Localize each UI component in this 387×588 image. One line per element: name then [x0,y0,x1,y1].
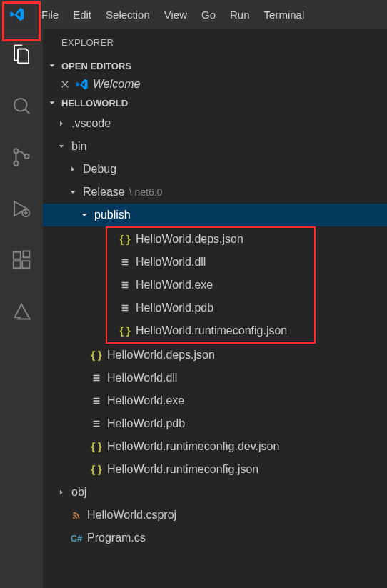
chevron-down-icon [77,210,91,220]
search-icon [11,95,32,116]
file-lines-icon [89,419,104,429]
svg-point-1 [14,149,18,153]
menu-selection[interactable]: Selection [99,0,157,29]
svg-rect-5 [14,252,21,259]
activity-run-debug[interactable] [1,189,41,229]
file-release-dll[interactable]: HelloWorld.dll [43,367,387,389]
folder-vscode[interactable]: .vscode [43,112,387,135]
azure-icon [11,302,31,322]
menu-file[interactable]: File [34,0,66,29]
file-label: HelloWorld.runtimeconfig.dev.json [107,440,279,453]
file-publish-runtimeconfig-json[interactable]: { } HelloWorld.runtimeconfig.json [107,319,314,342]
file-label: HelloWorld.runtimeconfig.json [107,463,258,476]
close-icon[interactable] [59,78,71,91]
folder-obj[interactable]: obj [43,481,387,504]
svg-rect-7 [22,261,29,268]
source-control-icon [11,146,32,168]
activity-extensions[interactable] [1,240,41,280]
menu-run[interactable]: Run [223,0,257,29]
workspace-header[interactable]: HELLOWORLD [43,94,387,112]
publish-highlight: { } HelloWorld.deps.json HelloWorld.dll … [106,226,316,344]
xml-icon [69,510,84,520]
menubar: File Edit Selection View Go Run Terminal [0,0,387,29]
menu-terminal[interactable]: Terminal [257,0,312,29]
file-lines-icon [117,280,133,290]
folder-debug[interactable]: Debug [43,158,387,181]
json-icon: { } [89,464,104,475]
chevron-right-icon [54,119,69,129]
file-lines-icon [89,396,104,406]
chevron-down-icon [46,96,59,109]
folder-publish[interactable]: publish [43,204,387,226]
explorer-sidebar: EXPLORER OPEN EDITORS Welcome HELLOWORLD [43,29,387,588]
file-label: HelloWorld.dll [136,256,206,269]
chevron-down-icon [46,59,59,72]
json-icon: { } [89,349,104,361]
folder-label: .vscode [71,117,111,130]
open-editors-header[interactable]: OPEN EDITORS [43,56,387,75]
json-icon: { } [117,234,133,245]
folder-label: Release [83,186,125,199]
activity-bar [0,29,43,588]
folder-label: obj [71,486,86,499]
chevron-right-icon [66,164,80,174]
file-publish-deps-json[interactable]: { } HelloWorld.deps.json [107,228,314,251]
file-release-runtimeconfig-dev-json[interactable]: { } HelloWorld.runtimeconfig.dev.json [43,435,387,458]
file-label: HelloWorld.exe [136,279,213,291]
file-label: HelloWorld.runtimeconfig.json [136,324,287,337]
svg-point-3 [24,154,29,159]
csharp-icon: C# [69,533,84,544]
activity-search[interactable] [1,86,41,126]
folder-path-suffix: \ net6.0 [129,186,163,198]
open-editor-label: Welcome [93,78,140,91]
file-publish-pdb[interactable]: HelloWorld.pdb [107,297,314,319]
svg-point-0 [14,99,27,111]
file-label: HelloWorld.csproj [87,509,176,522]
file-release-deps-json[interactable]: { } HelloWorld.deps.json [43,344,387,367]
folder-bin[interactable]: bin [43,135,387,158]
workspace-label: HELLOWORLD [61,98,128,109]
vscode-logo-icon [7,4,27,24]
file-label: HelloWorld.pdb [136,302,213,314]
menu-view[interactable]: View [157,0,194,29]
file-lines-icon [117,303,133,313]
vscode-file-icon [76,78,89,91]
svg-point-2 [14,161,18,166]
file-label: HelloWorld.dll [107,372,177,384]
run-debug-icon [11,198,32,219]
activity-explorer[interactable] [1,34,41,74]
file-tree: .vscode bin Debug Release \ net6.0 publi… [43,112,387,588]
folder-label: Debug [83,163,116,176]
folder-label: publish [94,209,131,221]
file-lines-icon [117,257,133,267]
activity-source-control[interactable] [1,137,41,177]
file-program-cs[interactable]: C# Program.cs [43,527,387,549]
folder-label: bin [71,140,86,153]
json-icon: { } [89,441,104,452]
extensions-icon [11,249,32,271]
menu-go[interactable]: Go [194,0,223,29]
menu-edit[interactable]: Edit [66,0,99,29]
open-editor-welcome[interactable]: Welcome [43,75,387,94]
chevron-down-icon [54,141,69,151]
chevron-right-icon [54,487,69,497]
file-lines-icon [89,373,104,383]
file-release-exe[interactable]: HelloWorld.exe [43,389,387,412]
file-label: HelloWorld.exe [107,394,184,407]
file-release-pdb[interactable]: HelloWorld.pdb [43,412,387,435]
json-icon: { } [117,325,133,337]
file-release-runtimeconfig-json[interactable]: { } HelloWorld.runtimeconfig.json [43,458,387,481]
folder-release[interactable]: Release \ net6.0 [43,181,387,204]
file-label: Program.cs [87,532,146,544]
svg-rect-6 [14,261,21,268]
file-label: HelloWorld.deps.json [107,349,215,362]
file-label: HelloWorld.deps.json [136,233,243,246]
sidebar-title: EXPLORER [43,29,387,56]
svg-rect-8 [24,251,30,258]
chevron-down-icon [66,187,80,197]
file-publish-dll[interactable]: HelloWorld.dll [107,251,314,274]
file-csproj[interactable]: HelloWorld.csproj [43,504,387,527]
file-publish-exe[interactable]: HelloWorld.exe [107,274,314,297]
file-label: HelloWorld.pdb [107,417,185,430]
activity-azure[interactable] [1,291,41,332]
